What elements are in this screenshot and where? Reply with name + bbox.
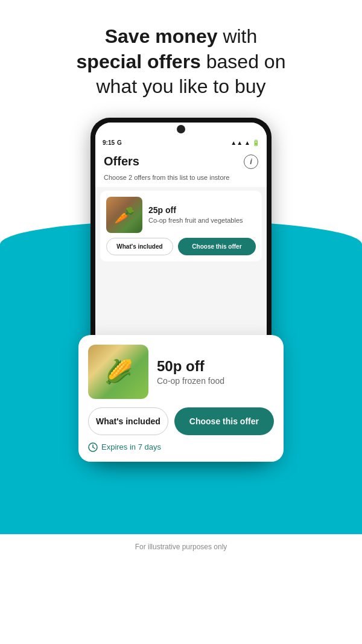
footer-text: For illustrative purposes only (135, 543, 227, 551)
floating-choose-offer-button[interactable]: Choose this offer (174, 407, 274, 435)
floating-offer-info: 50p off Co-op frozen food (157, 358, 224, 386)
floating-offer-desc: Co-op frozen food (157, 376, 224, 386)
signal-icon: ▲▲ (230, 139, 243, 146)
clock-icon (88, 442, 98, 452)
battery-icon: 🔋 (252, 139, 259, 146)
status-network: G (117, 139, 122, 146)
offer-discount: 25p off (148, 205, 243, 215)
page-title: Save money with special offers based on … (24, 24, 338, 100)
phone-wrapper: 9:15 G ▲▲ ▲ 🔋 Offers i Choose 2 offers f… (0, 112, 362, 534)
floating-offer-discount: 50p off (157, 358, 224, 375)
offer-info: 25p off Co-op fresh fruit and vegetables (148, 205, 243, 225)
floating-card-top: 50p off Co-op frozen food (88, 345, 274, 399)
status-bar-left: 9:15 G (103, 139, 122, 146)
status-bar: 9:15 G ▲▲ ▲ 🔋 (95, 136, 267, 148)
floating-expires: Expires in 7 days (88, 442, 274, 452)
whats-included-button-fruit[interactable]: What's included (106, 238, 173, 255)
floating-offer-card: 50p off Co-op frozen food What's include… (78, 335, 284, 462)
status-time: 9:15 (103, 139, 115, 146)
header-section: Save money with special offers based on … (0, 0, 362, 112)
info-button[interactable]: i (244, 155, 258, 169)
footer: For illustrative purposes only (0, 534, 362, 560)
status-bar-right: ▲▲ ▲ 🔋 (230, 139, 259, 146)
offer-actions: What's included Choose this offer (106, 238, 256, 255)
offer-desc: Co-op fresh fruit and vegetables (148, 216, 243, 225)
offer-card-fruit: 25p off Co-op fresh fruit and vegetables… (100, 191, 262, 261)
offer-card-top: 25p off Co-op fresh fruit and vegetables (106, 197, 256, 233)
app-header: Offers i (95, 148, 267, 174)
floating-offer-actions: What's included Choose this offer (88, 407, 274, 435)
offer-image-fruit (106, 197, 142, 233)
phone-top-bar (95, 123, 267, 136)
svg-line-2 (93, 447, 95, 448)
camera-bump (177, 125, 185, 133)
expires-text: Expires in 7 days (101, 442, 161, 451)
app-subtitle: Choose 2 offers from this list to use in… (95, 174, 267, 187)
app-title: Offers (104, 155, 139, 168)
floating-whats-included-button[interactable]: What's included (88, 407, 168, 435)
wifi-icon: ▲ (244, 139, 250, 146)
spacer (95, 265, 267, 337)
choose-offer-button-fruit[interactable]: Choose this offer (178, 238, 256, 255)
floating-offer-image (88, 345, 148, 399)
